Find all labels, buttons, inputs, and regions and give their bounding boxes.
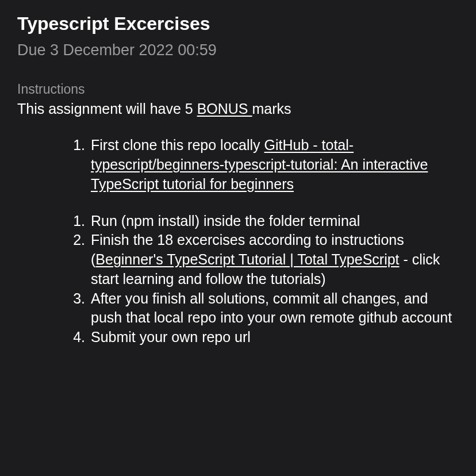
list-item: 3. After you finish all solutions, commi… xyxy=(69,289,459,328)
typescript-tutorial-link[interactable]: Beginner's TypeScript Tutorial | Total T… xyxy=(95,251,399,267)
list-text: First clone this repo locally xyxy=(91,137,264,153)
list-item: 1. First clone this repo locally GitHub … xyxy=(69,136,459,194)
instructions-bonus: BONUS xyxy=(197,101,252,117)
assignment-title: Typescript Excercises xyxy=(17,11,459,36)
list-item: 4. Submit your own repo url xyxy=(69,328,459,347)
instructions-text: This assignment will have 5 BONUS marks xyxy=(17,99,459,119)
list-number: 2. xyxy=(69,231,85,289)
list-content: First clone this repo locally GitHub - t… xyxy=(91,136,459,194)
instruction-list-2: 1. Run (npm install) inside the folder t… xyxy=(17,212,459,347)
list-item: 2. Finish the 18 excercises according to… xyxy=(69,231,459,289)
instructions-label: Instructions xyxy=(17,80,459,98)
list-number: 1. xyxy=(69,136,85,194)
instruction-list-1: 1. First clone this repo locally GitHub … xyxy=(17,136,459,194)
list-content: Run (npm install) inside the folder term… xyxy=(91,212,459,231)
list-item: 1. Run (npm install) inside the folder t… xyxy=(69,212,459,231)
list-number: 4. xyxy=(69,328,85,347)
instructions-text-part1: This assignment will have 5 xyxy=(17,101,197,117)
list-content: Submit your own repo url xyxy=(91,328,459,347)
list-content: Finish the 18 excercises according to in… xyxy=(91,231,459,289)
list-number: 1. xyxy=(69,212,85,231)
list-number: 3. xyxy=(69,289,85,328)
due-date: Due 3 December 2022 00:59 xyxy=(17,40,459,60)
instructions-text-part2: marks xyxy=(252,101,291,117)
list-content: After you finish all solutions, commit a… xyxy=(91,289,459,328)
